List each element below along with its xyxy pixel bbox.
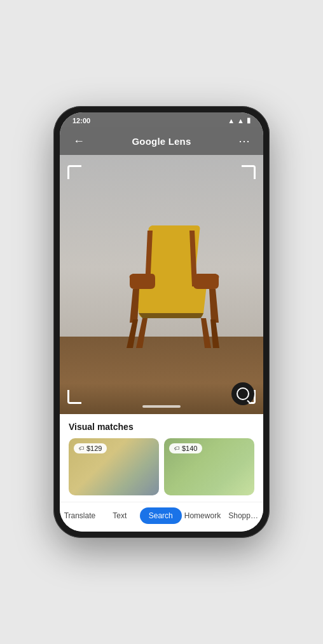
scan-progress-bar [142,405,181,408]
tab-homework[interactable]: Homework [182,507,223,524]
bottom-sheet: Visual matches 🏷 $129 🏷 $140 [60,414,263,502]
match-card-1[interactable]: 🏷 $129 [69,438,159,495]
tab-text-label: Text [113,511,127,520]
title-bold: Lens [168,136,191,147]
phone-frame: 12:00 ▲ ▲ ▮ ← Google Lens ⋯ [53,106,270,538]
visual-matches-title: Visual matches [69,422,254,432]
price-value-2: $140 [182,445,197,452]
tab-search-label: Search [149,511,173,520]
back-button[interactable]: ← [70,132,88,150]
price-tag-icon-2: 🏷 [174,445,180,452]
back-arrow-icon: ← [73,135,85,148]
price-tag-icon-1: 🏷 [79,445,85,452]
chair-image [60,155,263,414]
phone-screen: 12:00 ▲ ▲ ▮ ← Google Lens ⋯ [60,112,263,532]
tab-homework-label: Homework [184,511,221,520]
signal-icon: ▲ [228,117,235,124]
app-title: Google Lens [132,136,191,147]
title-plain: Google [132,136,168,147]
camera-view[interactable] [60,155,263,414]
top-bar: ← Google Lens ⋯ [60,127,263,155]
price-value-1: $129 [86,445,102,452]
lens-search-button[interactable] [231,382,254,405]
tab-search[interactable]: Search [140,507,182,524]
tab-translate[interactable]: Translate [60,507,100,524]
price-badge-1: 🏷 $129 [74,443,107,453]
lens-search-icon [237,387,249,400]
price-badge-2: 🏷 $140 [169,443,202,453]
status-bar: 12:00 ▲ ▲ ▮ [60,112,263,127]
more-options-button[interactable]: ⋯ [235,132,253,150]
matches-grid: 🏷 $129 🏷 $140 [69,438,254,495]
tab-translate-label: Translate [64,511,96,520]
battery-icon: ▮ [247,116,251,124]
more-icon: ⋯ [238,134,250,148]
photo-background [60,155,263,414]
wifi-icon: ▲ [237,117,244,124]
match-card-2[interactable]: 🏷 $140 [164,438,254,495]
status-icons: ▲ ▲ ▮ [228,116,251,124]
tab-shopping[interactable]: Shopp… [223,507,263,524]
bottom-tabs: Translate Text Search Homework Shopp… [60,502,263,532]
status-time: 12:00 [72,117,90,124]
tab-shopping-label: Shopp… [228,511,258,520]
tab-text[interactable]: Text [100,507,140,524]
